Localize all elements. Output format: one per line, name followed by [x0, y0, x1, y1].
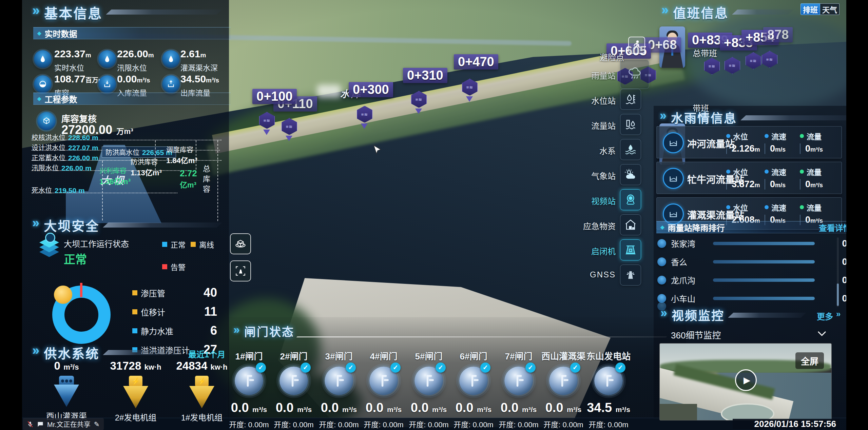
marker-pin: [286, 136, 292, 141]
subpanel-title-text: 雨量站降雨排行: [668, 221, 725, 233]
rain-bar: [713, 260, 815, 263]
capacity-total-value: 2.72 亿m³: [180, 168, 197, 190]
chainage-marker[interactable]: 878: [763, 27, 793, 42]
map-focus-dam-button[interactable]: [230, 260, 251, 281]
capacity-total-label: 总库容: [200, 165, 211, 195]
detail-link[interactable]: 查看详情: [819, 221, 846, 233]
play-button-icon[interactable]: ▶: [735, 369, 757, 391]
gate-icon[interactable]: ✓: [594, 367, 623, 395]
camera-select[interactable]: 360细节监控: [671, 328, 721, 341]
section-title-text: 闸门状态: [244, 323, 294, 339]
gnss-icon[interactable]: [620, 265, 641, 286]
scrollbar-thumb[interactable]: [837, 284, 839, 306]
station-card[interactable]: 牤牛河流量站 水位 3.872m 流速 0m/s 流量 0m³/s: [656, 162, 842, 194]
tool-label-flow-station: 流量站: [555, 119, 616, 131]
metric-flow: 流量 0m³/s: [800, 166, 823, 190]
weather-station-icon[interactable]: [620, 164, 641, 185]
rain-bar: [713, 242, 815, 245]
chevron-right-icon[interactable]: »: [836, 309, 841, 319]
level-row: 死水位219.50 m: [32, 185, 85, 195]
chevron-down-icon[interactable]: [817, 331, 826, 336]
gate-icon[interactable]: ✓: [459, 367, 488, 395]
gate-column: 3#闸门 ✓ 0.0 m³/s 开度: 0.00m: [316, 349, 361, 429]
stat-flood-limit-level: 226.00m 汛限水位: [117, 49, 154, 73]
gate-icon[interactable]: ✓: [235, 367, 263, 395]
tab-schedule[interactable]: 排班: [801, 3, 820, 15]
emergency-supplies-icon[interactable]: [620, 214, 641, 235]
gate-icon[interactable]: ✓: [325, 367, 353, 395]
screen-share-bar: Mr.文正在共享 ✎: [23, 418, 104, 430]
diamond-icon: ◆: [660, 224, 664, 230]
diamond-icon: ◆: [37, 30, 41, 36]
gate-title-rule: [296, 336, 667, 337]
water-system-icon[interactable]: [620, 139, 641, 160]
flow-station-icon[interactable]: [620, 114, 641, 135]
tool-label-rain-station: 雨量站: [555, 69, 616, 81]
supply-period-label[interactable]: 最近1个月: [188, 348, 225, 360]
gate-column: 5#闸门 ✓ 0.0 m³/s 开度: 0.00m: [406, 349, 451, 429]
stat-canal-depth: 2.61m 灌溉渠水深: [180, 49, 218, 73]
donut-yellow-segment: [54, 286, 72, 304]
marker-pin: [361, 123, 368, 129]
tool-label-hoist: 启闭机: [555, 245, 616, 257]
chat-icon[interactable]: [37, 421, 44, 428]
flow-station-icon: [663, 168, 684, 189]
fullscreen-button[interactable]: 全屏: [795, 352, 824, 369]
gate-icon[interactable]: ✓: [549, 367, 578, 395]
metric-level: 水位 3.872m: [726, 166, 760, 190]
canal-depth-icon: [162, 50, 180, 68]
edit-icon[interactable]: ✎: [94, 420, 100, 428]
video-station-icon[interactable]: [620, 189, 641, 210]
gate-icon[interactable]: ✓: [504, 367, 533, 395]
capacity-flood: 防洪库容1.13亿m³: [131, 157, 162, 177]
tool-label-emergency-supplies: 应急物资: [555, 220, 616, 232]
section-title-bar: [103, 350, 187, 355]
subpanel-engineering: ◆ 工程参数: [33, 93, 231, 105]
level-row: 正常蓄水位226.00 m: [32, 153, 98, 162]
chainage-marker[interactable]: 0+300: [349, 82, 393, 97]
flow-station-icon: [663, 132, 684, 153]
chainage-marker[interactable]: 0+310: [403, 68, 447, 83]
gate-icon[interactable]: ✓: [279, 367, 308, 395]
section-arrow-icon: »: [32, 3, 41, 18]
metric-flow: 流量 0m³/s: [800, 131, 823, 154]
timestamp: 2026/01/16 15:57:56: [754, 419, 836, 429]
section-title-bar: [740, 115, 846, 120]
section-dam-safety: » 大坝安全: [32, 216, 222, 234]
level-row: 汛限水位226.00 m: [32, 163, 92, 173]
chainage-marker[interactable]: 0+470: [454, 54, 498, 70]
more-link[interactable]: 更多: [817, 310, 833, 322]
video-player[interactable]: ▶ 全屏: [659, 343, 832, 421]
level-row: 设计洪水位227.07 m: [32, 142, 98, 152]
check-badge-icon: ✓: [480, 363, 490, 373]
check-badge-icon: ✓: [436, 363, 446, 373]
capacity-dispatch: 调度库容1.84亿m³: [166, 144, 197, 165]
marker-pin: [415, 109, 422, 114]
share-text: Mr.文正在共享: [47, 419, 91, 429]
level-row: 校核洪水位228.60 m: [32, 132, 98, 142]
tab-weather[interactable]: 天气: [820, 3, 840, 15]
section-duty-info: » 值班信息: [661, 3, 794, 21]
rain-gauge-icon: [657, 257, 666, 266]
duty-tab-group: 排班 天气: [801, 3, 840, 15]
mic-muted-icon[interactable]: [27, 421, 34, 428]
h hoist-icon[interactable]: [620, 239, 641, 260]
chainage-marker[interactable]: 0+100: [252, 89, 297, 104]
gate-column: 7#闸门 ✓ 0.0 m³/s 开度: 0.00m: [496, 349, 541, 429]
section-title-text: 视频监控: [672, 306, 725, 324]
generator-funnel-icon: ⚡: [171, 376, 232, 408]
shelter-point-icon[interactable]: [628, 37, 645, 54]
water-level-station-icon[interactable]: [620, 89, 641, 110]
station-card[interactable]: 冲河流量站 水位 2.126m 流速 0m/s 流量 0m³/s: [656, 126, 842, 158]
gate-icon[interactable]: ✓: [369, 367, 398, 395]
section-water-supply: » 供水系统: [32, 343, 187, 362]
gate-icon[interactable]: ✓: [414, 367, 443, 395]
dam-status-value: 正常: [64, 250, 87, 267]
marker-pin: [466, 96, 473, 102]
legend-offline: 离线: [191, 239, 214, 250]
rain-row: 香么 0: [657, 256, 846, 268]
rain-station-icon[interactable]: [620, 60, 649, 89]
inflow-icon: [98, 75, 116, 93]
map-3d-view-button[interactable]: [230, 233, 251, 254]
rain-row: 小车山 0: [657, 292, 846, 304]
